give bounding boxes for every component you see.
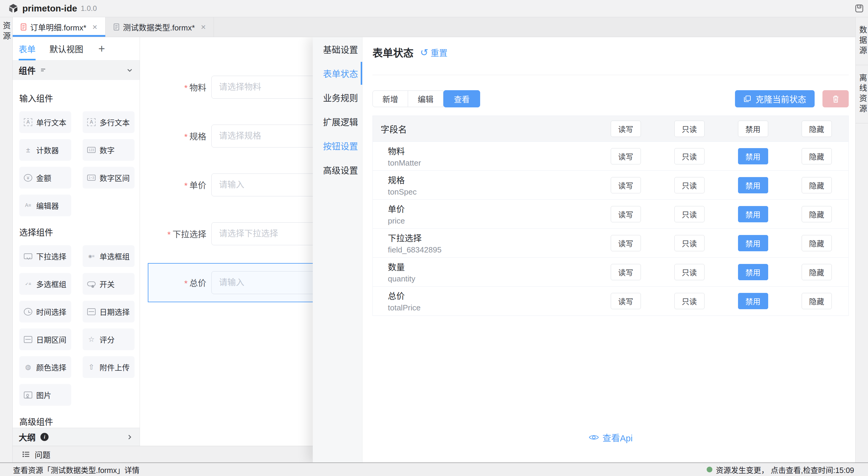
state-option-readonly[interactable]: 只读 bbox=[674, 293, 705, 309]
app-version: 1.0.0 bbox=[81, 4, 97, 13]
rail-tab-0[interactable]: 数据源 bbox=[856, 17, 868, 65]
state-option-disabled[interactable]: 禁用 bbox=[738, 235, 768, 251]
file-tab[interactable]: 测试数据类型.formx* × bbox=[105, 17, 214, 37]
component-item[interactable]: ☆ 评分 bbox=[83, 328, 134, 350]
state-option-readwrite[interactable]: 读写 bbox=[611, 206, 641, 222]
component-item[interactable]: 开关 bbox=[83, 273, 134, 295]
state-option-readwrite[interactable]: 读写 bbox=[611, 177, 641, 194]
form-field-row[interactable]: *物料 bbox=[140, 63, 313, 112]
component-item[interactable]: ¥ 金额 bbox=[19, 167, 71, 188]
state-option-disabled[interactable]: 禁用 bbox=[738, 264, 768, 280]
component-item[interactable]: ⇧ 附件上传 bbox=[83, 356, 134, 378]
state-option-readonly[interactable]: 只读 bbox=[674, 206, 705, 222]
divider bbox=[372, 75, 849, 75]
state-option-disabled[interactable]: 禁用 bbox=[738, 148, 768, 165]
color-picker-icon: ◍ bbox=[24, 363, 32, 371]
state-option-hidden[interactable]: 隐藏 bbox=[802, 235, 832, 251]
form-field-row[interactable]: *规格 bbox=[140, 112, 313, 160]
delete-state-button[interactable] bbox=[823, 90, 849, 108]
component-item[interactable]: A 多行文本 bbox=[83, 111, 134, 133]
status-left-text[interactable]: 查看资源「测试数据类型.formx」详情 bbox=[13, 464, 140, 475]
state-option-hidden[interactable]: 隐藏 bbox=[802, 148, 832, 165]
state-option-readwrite[interactable]: 读写 bbox=[611, 148, 641, 165]
save-icon[interactable] bbox=[855, 4, 864, 13]
component-item[interactable]: 123 数字 bbox=[83, 139, 134, 161]
state-option-readonly[interactable]: 只读 bbox=[674, 148, 705, 165]
problems-bar[interactable]: 问题 bbox=[13, 446, 313, 463]
table-row: 规格 tonSpec 读写只读禁用隐藏 bbox=[373, 171, 848, 200]
state-tab[interactable]: 编辑 bbox=[408, 90, 443, 107]
close-icon[interactable]: × bbox=[92, 22, 97, 32]
rail-tab-resources[interactable]: 资源 bbox=[1, 22, 12, 463]
amount-icon: ¥ bbox=[24, 174, 32, 182]
checkbox-group-icon: ✓≡ bbox=[24, 279, 32, 288]
state-option-hidden[interactable]: 隐藏 bbox=[802, 177, 832, 194]
multi-line-text-icon: A bbox=[87, 118, 96, 126]
component-item[interactable]: 日期选择 bbox=[83, 301, 134, 323]
form-canvas: *物料 *规格 *单价 *下拉选择 *总价 bbox=[140, 37, 313, 463]
clone-state-button[interactable]: 克隆当前状态 bbox=[735, 90, 815, 108]
radio-group-icon: ◉≡ bbox=[87, 252, 96, 260]
state-option-readonly[interactable]: 只读 bbox=[674, 235, 705, 251]
state-option-readwrite[interactable]: 读写 bbox=[611, 264, 641, 280]
component-item[interactable]: ◉≡ 单选框组 bbox=[83, 245, 134, 267]
state-option-hidden[interactable]: 隐藏 bbox=[802, 121, 832, 137]
form-field-row[interactable]: *下拉选择 bbox=[140, 209, 313, 258]
status-right[interactable]: 资源发生变更， 点击查看,检查时间:15:09 bbox=[707, 464, 854, 475]
settings-menu-item[interactable]: 基础设置 bbox=[313, 37, 362, 61]
settings-menu-item[interactable]: 业务规则 bbox=[313, 85, 362, 110]
settings-drawer: 基础设置表单状态业务规则扩展逻辑按钮设置高级设置 表单状态 ↺ 重置 新增编辑查… bbox=[313, 37, 855, 463]
state-option-disabled[interactable]: 禁用 bbox=[738, 293, 768, 309]
component-section-title: 高级组件 bbox=[19, 415, 140, 427]
settings-menu-item[interactable]: 按钮设置 bbox=[313, 133, 362, 158]
component-item[interactable]: ± 计数器 bbox=[19, 139, 71, 161]
component-item[interactable]: 1~3 数字区间 bbox=[83, 167, 134, 188]
view-tab[interactable]: 表单 bbox=[19, 37, 36, 60]
component-item[interactable]: ✓≡ 多选框组 bbox=[19, 273, 71, 295]
component-item[interactable]: ◍ 颜色选择 bbox=[19, 356, 71, 378]
component-item[interactable]: A 单行文本 bbox=[19, 111, 71, 133]
state-option-hidden[interactable]: 隐藏 bbox=[802, 293, 832, 309]
state-option-readonly[interactable]: 只读 bbox=[674, 264, 705, 280]
view-tab[interactable]: 默认视图 bbox=[50, 37, 83, 60]
form-field-row[interactable]: *总价 bbox=[140, 258, 313, 307]
state-tab[interactable]: 新增 bbox=[372, 90, 408, 107]
reset-label: 重置 bbox=[431, 47, 447, 59]
state-option-disabled[interactable]: 禁用 bbox=[738, 177, 768, 194]
field-label: *规格 bbox=[140, 130, 206, 142]
state-option-readwrite[interactable]: 读写 bbox=[611, 235, 641, 251]
view-api-link[interactable]: 查看Api bbox=[372, 431, 849, 444]
chevron-down-icon[interactable] bbox=[126, 66, 134, 74]
state-option-readwrite[interactable]: 读写 bbox=[611, 121, 641, 137]
field-row-code: quantity bbox=[388, 274, 594, 284]
state-option-hidden[interactable]: 隐藏 bbox=[802, 264, 832, 280]
component-item[interactable]: 时间选择 bbox=[19, 301, 71, 323]
component-item[interactable]: 下拉选择 bbox=[19, 245, 71, 267]
state-option-hidden[interactable]: 隐藏 bbox=[802, 206, 832, 222]
component-section: 选择组件 下拉选择 ◉≡ 单选框组 ✓≡ 多选框组 开关 时间选择 日期选择 日… bbox=[19, 226, 140, 406]
outline-bar[interactable]: 大纲 i bbox=[13, 428, 140, 446]
add-view-button[interactable]: + bbox=[98, 42, 105, 55]
rail-tab-1[interactable]: 离线资源 bbox=[856, 65, 868, 123]
component-item[interactable]: A≡ 编辑器 bbox=[19, 195, 71, 216]
settings-menu-item[interactable]: 扩展逻辑 bbox=[313, 110, 362, 133]
settings-menu-item[interactable]: 表单状态 bbox=[313, 61, 362, 85]
state-option-readonly[interactable]: 只读 bbox=[674, 177, 705, 194]
state-tab-group: 新增编辑查看 bbox=[372, 90, 480, 108]
state-tab[interactable]: 查看 bbox=[443, 90, 480, 108]
component-item-label: 下拉选择 bbox=[36, 251, 66, 262]
reset-link[interactable]: ↺ 重置 bbox=[420, 47, 447, 59]
state-option-disabled[interactable]: 禁用 bbox=[738, 121, 768, 137]
field-row-label: 数量 bbox=[388, 261, 594, 273]
component-item[interactable]: 日期区间 bbox=[19, 328, 71, 350]
form-field-row[interactable]: *单价 bbox=[140, 160, 313, 209]
state-option-disabled[interactable]: 禁用 bbox=[738, 206, 768, 222]
component-item[interactable]: 图片 bbox=[19, 384, 71, 406]
state-option-readwrite[interactable]: 读写 bbox=[611, 293, 641, 309]
dropdown-select-icon bbox=[24, 254, 32, 259]
settings-menu-item[interactable]: 高级设置 bbox=[313, 158, 362, 182]
file-tab[interactable]: 订单明细.formx* × bbox=[13, 17, 105, 37]
close-icon[interactable]: × bbox=[201, 22, 206, 32]
chevron-right-icon[interactable] bbox=[126, 433, 134, 441]
state-option-readonly[interactable]: 只读 bbox=[674, 121, 705, 137]
